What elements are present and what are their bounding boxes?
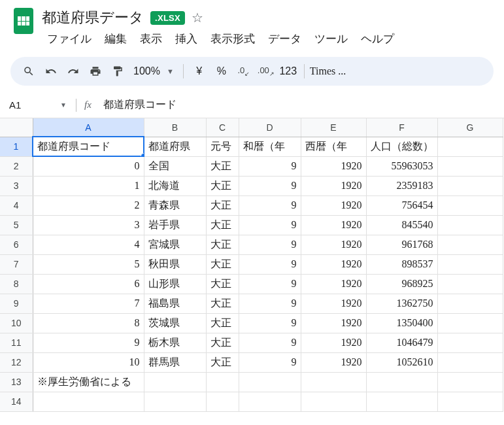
- menu-format[interactable]: 表示形式: [205, 29, 260, 49]
- cell-G1[interactable]: [437, 137, 503, 156]
- row-header-3[interactable]: 3: [0, 176, 33, 196]
- cell-D4[interactable]: 9: [239, 196, 301, 215]
- row-header-10[interactable]: 10: [0, 313, 33, 333]
- cell-D3[interactable]: 9: [239, 176, 301, 196]
- cell-D5[interactable]: 9: [239, 215, 301, 235]
- cell-C14[interactable]: [206, 392, 239, 411]
- formula-bar[interactable]: 都道府県コード: [99, 96, 499, 114]
- cell-D7[interactable]: 9: [239, 254, 301, 274]
- cell-C11[interactable]: 大正: [206, 333, 239, 352]
- cell-C12[interactable]: 大正: [206, 352, 239, 372]
- cell-E10[interactable]: 1920: [301, 313, 366, 333]
- cell-E8[interactable]: 1920: [301, 274, 366, 294]
- menu-edit[interactable]: 編集: [99, 29, 132, 49]
- percent-button[interactable]: %: [211, 61, 232, 82]
- cell-F5[interactable]: 845540: [366, 215, 437, 235]
- cell-A12[interactable]: 10: [33, 352, 144, 372]
- cell-F8[interactable]: 968925: [366, 274, 437, 294]
- cell-F13[interactable]: [366, 372, 437, 392]
- cell-E6[interactable]: 1920: [301, 235, 366, 254]
- cell-C1[interactable]: 元号: [206, 137, 239, 156]
- cell-D14[interactable]: [239, 392, 301, 411]
- cell-B13[interactable]: [144, 372, 206, 392]
- cell-D10[interactable]: 9: [239, 313, 301, 333]
- cell-B9[interactable]: 福島県: [144, 294, 206, 313]
- cell-D12[interactable]: 9: [239, 352, 301, 372]
- cell-A1[interactable]: 都道府県コード: [33, 137, 144, 156]
- cell-B10[interactable]: 茨城県: [144, 313, 206, 333]
- cell-C10[interactable]: 大正: [206, 313, 239, 333]
- cell-B2[interactable]: 全国: [144, 156, 206, 176]
- print-icon[interactable]: [85, 61, 106, 82]
- row-header-9[interactable]: 9: [0, 294, 33, 313]
- row-header-4[interactable]: 4: [0, 196, 33, 215]
- row-header-6[interactable]: 6: [0, 235, 33, 254]
- cell-A9[interactable]: 7: [33, 294, 144, 313]
- menu-tools[interactable]: ツール: [309, 29, 353, 49]
- cell-C2[interactable]: 大正: [206, 156, 239, 176]
- cell-G6[interactable]: [437, 235, 503, 254]
- cell-C8[interactable]: 大正: [206, 274, 239, 294]
- cell-G8[interactable]: [437, 274, 503, 294]
- number-format-button[interactable]: 123: [278, 61, 299, 82]
- cell-E12[interactable]: 1920: [301, 352, 366, 372]
- cell-G4[interactable]: [437, 196, 503, 215]
- cell-E7[interactable]: 1920: [301, 254, 366, 274]
- cell-A10[interactable]: 8: [33, 313, 144, 333]
- cell-B4[interactable]: 青森県: [144, 196, 206, 215]
- cell-D6[interactable]: 9: [239, 235, 301, 254]
- cell-G9[interactable]: [437, 294, 503, 313]
- cell-F3[interactable]: 2359183: [366, 176, 437, 196]
- name-box[interactable]: A1▼: [5, 97, 71, 112]
- row-header-11[interactable]: 11: [0, 333, 33, 352]
- cell-B3[interactable]: 北海道: [144, 176, 206, 196]
- column-header-E[interactable]: E: [301, 118, 366, 137]
- cell-F14[interactable]: [366, 392, 437, 411]
- cell-C5[interactable]: 大正: [206, 215, 239, 235]
- cell-G5[interactable]: [437, 215, 503, 235]
- cell-B1[interactable]: 都道府県: [144, 137, 206, 156]
- cell-A5[interactable]: 3: [33, 215, 144, 235]
- cell-E2[interactable]: 1920: [301, 156, 366, 176]
- cell-F2[interactable]: 55963053: [366, 156, 437, 176]
- cell-D8[interactable]: 9: [239, 274, 301, 294]
- cell-C13[interactable]: [206, 372, 239, 392]
- select-all-corner[interactable]: [0, 118, 33, 137]
- menu-data[interactable]: データ: [263, 29, 307, 49]
- row-header-2[interactable]: 2: [0, 156, 33, 176]
- cell-B6[interactable]: 宮城県: [144, 235, 206, 254]
- cell-A7[interactable]: 5: [33, 254, 144, 274]
- cell-E1[interactable]: 西暦（年: [301, 137, 366, 156]
- cell-B8[interactable]: 山形県: [144, 274, 206, 294]
- row-header-7[interactable]: 7: [0, 254, 33, 274]
- cell-D2[interactable]: 9: [239, 156, 301, 176]
- cell-F11[interactable]: 1046479: [366, 333, 437, 352]
- cell-F4[interactable]: 756454: [366, 196, 437, 215]
- cell-G7[interactable]: [437, 254, 503, 274]
- cell-D9[interactable]: 9: [239, 294, 301, 313]
- column-header-C[interactable]: C: [206, 118, 239, 137]
- cell-G13[interactable]: [437, 372, 503, 392]
- row-header-13[interactable]: 13: [0, 372, 33, 392]
- column-header-A[interactable]: A: [33, 118, 144, 137]
- cell-B14[interactable]: [144, 392, 206, 411]
- zoom-selector[interactable]: 100%▼: [129, 65, 178, 77]
- menu-view[interactable]: 表示: [135, 29, 167, 49]
- cell-A13[interactable]: ※厚生労働省による: [33, 372, 144, 392]
- cell-G3[interactable]: [437, 176, 503, 196]
- sheets-logo[interactable]: [10, 5, 37, 37]
- cell-C4[interactable]: 大正: [206, 196, 239, 215]
- spreadsheet-grid[interactable]: ABCDEFG1都道府県コード都道府県元号和暦（年西暦（年人口（総数）20全国大…: [0, 118, 504, 412]
- menu-help[interactable]: ヘルプ: [356, 29, 399, 49]
- cell-A8[interactable]: 6: [33, 274, 144, 294]
- cell-C6[interactable]: 大正: [206, 235, 239, 254]
- cell-A6[interactable]: 4: [33, 235, 144, 254]
- menu-file[interactable]: ファイル: [42, 29, 97, 49]
- star-icon[interactable]: ☆: [192, 10, 203, 26]
- paint-format-icon[interactable]: [107, 61, 128, 82]
- cell-G10[interactable]: [437, 313, 503, 333]
- cell-C9[interactable]: 大正: [206, 294, 239, 313]
- cell-B7[interactable]: 秋田県: [144, 254, 206, 274]
- column-header-D[interactable]: D: [239, 118, 301, 137]
- cell-C3[interactable]: 大正: [206, 176, 239, 196]
